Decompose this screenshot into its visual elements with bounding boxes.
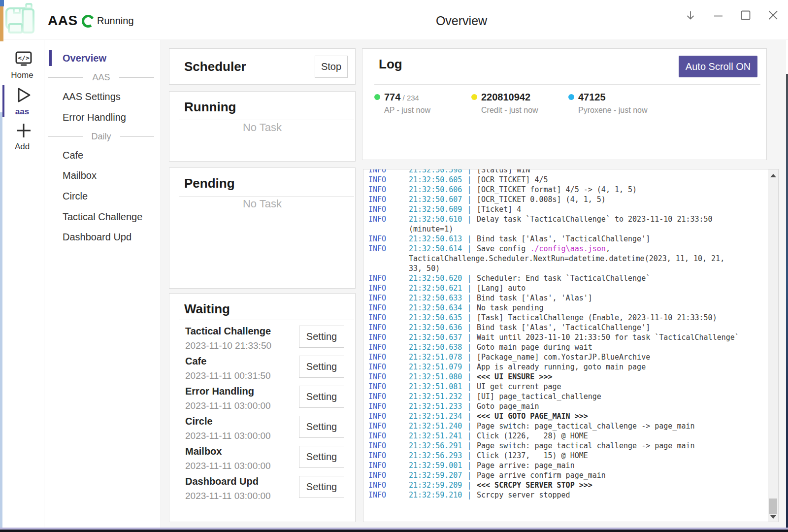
sidebar-item-overview[interactable]: Overview [44,48,161,68]
task-setting-button[interactable]: Setting [299,446,344,468]
waiting-task-name: Cafe [185,354,206,368]
app-logo-icon [3,2,38,37]
log-row: (minute=1) [368,224,768,234]
app-title: AAS [48,13,78,29]
log-row: INFO21:32:50.613|Bind task ['Alas', 'Tac… [368,234,768,244]
divider [374,84,760,85]
stat-label: AP - just now [384,106,430,115]
nav-rail-label: Add [0,142,44,152]
sidebar-item-cafe[interactable]: Cafe [44,145,161,165]
log-row: INFO21:32:50.620|Scheduler: End task `Ta… [368,273,768,283]
desktop-bleed [0,0,4,6]
log-row: INFO21:32:50.610|Delay task `TacticalCha… [368,214,768,224]
task-setting-button[interactable]: Setting [299,386,344,408]
log-row: INFO21:32:51.079|App is already running,… [368,362,768,372]
waiting-card: Waiting Tactical Challenge2023-11-10 21:… [169,293,356,522]
log-row: INFO21:32:50.609|[Ticket] 4 [368,204,768,214]
log-row: INFO21:32:50.635|[Task] TacticalChalleng… [368,313,768,323]
title-bar: AAS Running Overview [0,0,788,39]
log-row: INFO21:32:50.607|[OCR_TICKET 0.008s] (4,… [368,195,768,204]
desktop-bleed [0,6,3,41]
log-row: INFO21:32:50.637|Wait until 2023-11-10 2… [368,332,768,342]
sidebar-item-circle[interactable]: Circle [44,186,161,206]
stat-value: 47125 [578,91,648,104]
sidebar-item-error-handling[interactable]: Error Handling [44,107,161,127]
task-setting-button[interactable]: Setting [299,326,344,348]
stat-value: 220810942 [481,91,538,104]
waiting-task-name: Error Handling [185,384,254,399]
log-card: Log Auto Scroll ON 774 / 234AP - just no… [362,48,767,160]
log-row: INFO21:32:51.078|[Package_name] com.Yost… [368,352,768,362]
menu-group-label: AAS [83,72,119,83]
svg-text:</>: </> [18,54,30,62]
hide-window-button[interactable] [685,10,696,22]
desktop-bleed [786,74,788,529]
scheduler-title: Scheduler [184,58,246,75]
waiting-task-next-run: 2023-11-10 21:33:50 [185,339,271,352]
maximize-button[interactable] [740,10,752,22]
menu-group-divider: AAS [44,67,161,87]
log-row: INFO21:32:51.081|UI get current page [368,382,768,392]
log-row: INFO21:32:50.633|Bind task ['Alas', 'Ala… [368,293,768,303]
log-title: Log [379,55,402,73]
log-row: INFO21:32:51.232|[UI] page_tactical_chal… [368,392,768,401]
desktop-bleed [0,530,788,532]
waiting-task-name: Mailbox [185,444,222,459]
plus-icon [15,122,32,139]
log-row: INFO21:32:50.621|[Lang] auto [368,283,768,293]
running-spinner-icon [81,14,95,28]
running-card: Running No Task [169,91,356,162]
page-title: Overview [162,14,761,28]
log-row: 33, 50) [368,264,768,273]
nav-rail: </> Home aas Add [0,40,44,528]
pending-title: Pending [184,174,235,192]
log-row: INFO21:32:50.634|No task pending [368,303,768,313]
scrollbar-thumb[interactable] [769,499,777,514]
log-stats: 774 / 234AP - just now220810942Credit - … [374,91,665,115]
close-button[interactable] [767,10,779,22]
desktop-bleed [0,112,2,528]
scheduler-card: Scheduler Stop [169,48,356,85]
stat-label: Credit - just now [481,106,538,115]
waiting-task-name: Circle [185,414,213,429]
log-row: INFO21:32:50.636|Bind task ['Alas', 'Tac… [368,323,768,332]
resource-stat: 220810942Credit - just now [471,91,568,115]
log-row: INFO21:32:51.241|Click (1226, 28) @ HOME [368,431,768,441]
stat-dot [471,94,477,100]
scroll-down-icon[interactable] [770,515,776,519]
menu-group-divider: Daily [44,127,161,146]
waiting-task-name: Tactical Challenge [185,324,271,338]
stop-button[interactable]: Stop [315,56,348,78]
auto-scroll-button[interactable]: Auto Scroll ON [679,56,757,77]
divider [179,320,354,320]
sidebar-item-mailbox[interactable]: Mailbox [44,166,161,185]
log-row: INFO21:32:59.207|Page arrive confirm pag… [368,470,768,480]
waiting-task-next-run: 2023-11-11 03:00:00 [185,490,271,502]
code-monitor-icon: </> [15,51,32,67]
waiting-task-next-run: 2023-11-11 03:00:00 [185,430,271,442]
minimize-button[interactable] [713,10,724,22]
log-rows: INFO21:32:50.598|[Status] WININFO21:32:5… [368,169,768,500]
waiting-task-next-run: 2023-11-11 00:31:50 [185,369,271,382]
nav-rail-label: Home [0,70,44,80]
waiting-title: Waiting [184,300,230,318]
scroll-up-icon[interactable] [770,174,776,177]
log-row: INFO21:32:56.293|Click (1237, 15) @ HOME [368,451,768,461]
sidebar-item-aas-settings[interactable]: AAS Settings [44,87,161,106]
log-row: INFO21:32:50.605|[OCR_TICKET] 4/5 [368,175,768,185]
task-setting-button[interactable]: Setting [299,476,344,498]
task-setting-button[interactable]: Setting [299,416,344,438]
task-setting-button[interactable]: Setting [299,356,344,378]
waiting-task-name: Dashboard Upd [185,474,259,489]
stat-dot [374,94,380,100]
waiting-task-next-run: 2023-11-11 03:00:00 [185,399,271,412]
log-row: INFO21:32:59.001|Page arrive: page_main [368,461,768,470]
log-scrollbar[interactable] [768,169,778,522]
sidebar-menu: OverviewAASAAS SettingsError HandlingDai… [44,40,161,528]
log-row: INFO21:32:51.234|<<< UI GOTO PAGE_MAIN >… [368,411,768,421]
log-row: INFO21:32:51.233|Goto page_main [368,401,768,411]
pending-card: Pending No Task [169,167,356,289]
sidebar-item-tactical-challenge[interactable]: Tactical Challenge [44,207,161,227]
log-row: INFO21:32:59.209|<<< SCRCPY SERVER STOP … [368,480,768,490]
sidebar-item-dashboard-upd[interactable]: Dashboard Upd [44,227,161,247]
